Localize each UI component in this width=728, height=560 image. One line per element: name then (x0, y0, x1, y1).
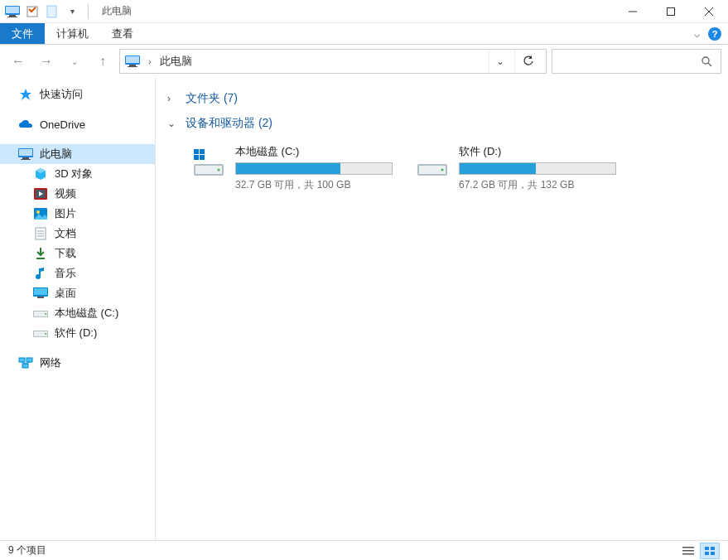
sidebar-item-diskd[interactable]: 软件 (D:) (0, 323, 155, 343)
search-input[interactable] (552, 49, 721, 74)
svg-rect-55 (682, 550, 694, 552)
drive-name: 本地磁盘 (C:) (235, 144, 393, 159)
group-folders-label: 文件夹 (7) (186, 91, 238, 106)
help-icon[interactable]: ? (708, 27, 721, 41)
ribbon-tab-computer[interactable]: 计算机 (45, 23, 100, 44)
svg-rect-47 (194, 149, 199, 154)
svg-rect-41 (22, 364, 28, 368)
diskd-icon (33, 326, 48, 340)
sidebar-item-label: 下载 (55, 246, 76, 261)
drive-name: 软件 (D:) (459, 144, 616, 159)
sidebar-item-label: 此电脑 (40, 147, 72, 162)
qat-new-icon[interactable] (43, 2, 61, 21)
qat-properties-icon[interactable] (23, 2, 41, 21)
address-bar[interactable]: › 此电脑 ⌄ (119, 49, 547, 74)
ribbon: 文件 计算机 查看 ⌵ ? (0, 23, 728, 45)
svg-line-15 (708, 63, 711, 66)
app-icon[interactable] (3, 2, 22, 21)
sidebar-item-music[interactable]: 音乐 (0, 263, 155, 283)
sidebar-item-label: 本地磁盘 (C:) (55, 306, 118, 321)
sidebar-item-videos[interactable]: 视频 (0, 184, 155, 204)
drive-usage-bar (235, 162, 393, 175)
window-title: 此电脑 (102, 4, 132, 18)
svg-rect-58 (711, 547, 715, 550)
search-icon (701, 56, 712, 67)
sidebar: 快速访问OneDrive此电脑3D 对象视频图片文档下载音乐桌面本地磁盘 (C:… (0, 78, 156, 540)
pictures-icon (33, 207, 48, 220)
sidebar-item-label: 音乐 (55, 266, 76, 281)
diskc-icon (33, 307, 48, 320)
body: 快速访问OneDrive此电脑3D 对象视频图片文档下载音乐桌面本地磁盘 (C:… (0, 78, 728, 540)
sidebar-item-thispc[interactable]: 此电脑 (0, 144, 155, 164)
sidebar-item-pictures[interactable]: 图片 (0, 204, 155, 224)
drive-item-d[interactable]: 软件 (D:)67.2 GB 可用，共 132 GB (411, 141, 618, 196)
downloads-icon (33, 247, 48, 260)
svg-point-29 (36, 274, 41, 279)
sidebar-item-label: 图片 (55, 206, 76, 221)
sidebar-item-quickaccess[interactable]: 快速访问 (0, 84, 155, 104)
quickaccess-icon (18, 88, 33, 101)
drive-info: 本地磁盘 (C:)32.7 GB 可用，共 100 GB (235, 144, 393, 192)
view-details-button[interactable] (678, 543, 698, 559)
ribbon-expand-icon[interactable]: ⌵ (694, 28, 700, 40)
sidebar-item-label: 3D 对象 (55, 167, 93, 181)
drive-item-c[interactable]: 本地磁盘 (C:)32.7 GB 可用，共 100 GB (187, 141, 394, 196)
svg-rect-18 (22, 157, 29, 159)
onedrive-icon (18, 118, 33, 131)
group-devices[interactable]: ⌄ 设备和驱动器 (2) (167, 111, 716, 136)
svg-rect-13 (128, 66, 137, 67)
nav-recent-dropdown[interactable]: ⌄ (63, 50, 86, 73)
group-folders[interactable]: › 文件夹 (7) (167, 86, 716, 111)
sidebar-item-desktop[interactable]: 桌面 (0, 283, 155, 303)
content-pane[interactable]: › 文件夹 (7) ⌄ 设备和驱动器 (2) 本地磁盘 (C:)32.7 GB … (156, 78, 728, 540)
group-devices-label: 设备和驱动器 (2) (186, 116, 272, 131)
svg-rect-7 (668, 7, 675, 15)
sidebar-item-onedrive[interactable]: OneDrive (0, 114, 155, 134)
address-segment[interactable]: 此电脑 (160, 54, 192, 69)
drive-icon (414, 144, 451, 181)
nav-row: ← → ⌄ ↑ › 此电脑 ⌄ (0, 45, 728, 78)
nav-up-button[interactable]: ↑ (91, 50, 114, 73)
sidebar-item-network[interactable]: 网络 (0, 353, 155, 373)
svg-point-35 (45, 313, 46, 315)
svg-point-53 (441, 169, 444, 171)
refresh-button[interactable] (514, 50, 541, 73)
svg-rect-56 (682, 553, 694, 555)
titlebar-divider (88, 4, 89, 19)
sidebar-item-3dobjects[interactable]: 3D 对象 (0, 164, 155, 184)
address-pc-icon (125, 56, 140, 67)
sidebar-item-label: 文档 (55, 226, 76, 241)
qat-dropdown-icon[interactable]: ▾ (63, 2, 81, 21)
sidebar-item-downloads[interactable]: 下载 (0, 244, 155, 263)
svg-rect-49 (194, 155, 199, 160)
title-bar: ▾ 此电脑 (0, 0, 728, 23)
close-button[interactable] (690, 0, 728, 23)
svg-rect-5 (47, 6, 56, 17)
svg-rect-59 (705, 552, 709, 555)
ribbon-file-tab[interactable]: 文件 (0, 23, 45, 44)
svg-rect-2 (9, 15, 16, 17)
svg-point-38 (45, 333, 46, 335)
address-history-dropdown[interactable]: ⌄ (489, 50, 511, 73)
nav-back-button[interactable]: ← (7, 50, 30, 73)
drive-info: 软件 (D:)67.2 GB 可用，共 132 GB (459, 144, 616, 192)
sidebar-item-label: 桌面 (55, 286, 76, 301)
maximize-button[interactable] (652, 0, 690, 23)
status-bar: 9 个项目 (0, 540, 728, 560)
nav-forward-button[interactable]: → (35, 50, 58, 73)
ribbon-tab-view[interactable]: 查看 (100, 23, 145, 44)
drive-usage-bar (459, 162, 616, 175)
sidebar-item-documents[interactable]: 文档 (0, 224, 155, 244)
status-view-switcher (678, 543, 720, 559)
address-chevron-icon[interactable]: › (148, 56, 152, 66)
sidebar-item-label: 软件 (D:) (55, 326, 97, 340)
svg-rect-40 (27, 358, 32, 362)
svg-rect-39 (19, 358, 25, 362)
drive-free-text: 67.2 GB 可用，共 132 GB (459, 178, 616, 192)
svg-point-23 (36, 210, 40, 214)
view-large-icons-button[interactable] (700, 543, 720, 559)
svg-rect-3 (7, 17, 17, 17)
svg-rect-19 (21, 159, 31, 160)
sidebar-item-diskc[interactable]: 本地磁盘 (C:) (0, 303, 155, 323)
minimize-button[interactable] (614, 0, 652, 23)
